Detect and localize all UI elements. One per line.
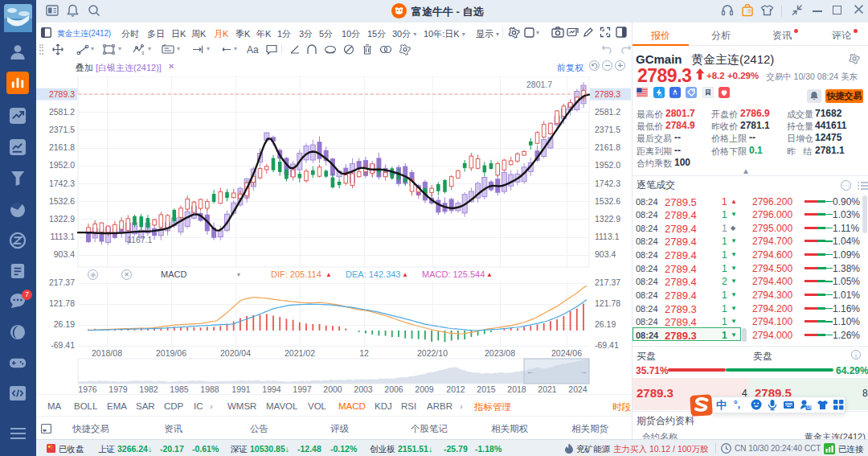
svg-text:2581.2: 2581.2 (595, 107, 620, 117)
svg-text:°,: °, (734, 399, 740, 410)
svg-text:2371.5: 2371.5 (49, 125, 75, 134)
svg-text:1952.0: 1952.0 (595, 160, 620, 170)
svg-text:2018: 2018 (507, 384, 526, 394)
svg-text:2009: 2009 (415, 384, 434, 394)
svg-text:2371.5: 2371.5 (595, 125, 620, 134)
svg-text:1988: 1988 (200, 384, 219, 394)
svg-text:2024/06: 2024/06 (551, 348, 582, 358)
svg-text:121.78: 121.78 (49, 298, 75, 308)
svg-text:1167.1: 1167.1 (127, 235, 152, 244)
svg-text:12: 12 (359, 348, 369, 358)
svg-text:1985: 1985 (170, 384, 189, 394)
svg-text:2789.3: 2789.3 (595, 89, 620, 99)
svg-text:2012: 2012 (446, 384, 465, 394)
svg-text:2021: 2021 (538, 384, 557, 394)
svg-text:2022/10: 2022/10 (417, 348, 448, 358)
svg-text:1113.1: 1113.1 (595, 232, 620, 241)
svg-text:1532.6: 1532.6 (595, 196, 620, 206)
svg-text:1322.9: 1322.9 (49, 214, 75, 224)
svg-text:2581.2: 2581.2 (49, 107, 75, 117)
svg-text:→: → (580, 368, 588, 376)
svg-text:2789.3: 2789.3 (49, 89, 75, 99)
svg-text:2015: 2015 (477, 384, 496, 394)
svg-text:2161.8: 2161.8 (49, 142, 75, 152)
svg-text:2023/08: 2023/08 (485, 348, 515, 358)
svg-text:2018/08: 2018/08 (92, 348, 122, 358)
svg-text:2020/04: 2020/04 (220, 348, 251, 358)
svg-text:中: 中 (716, 399, 727, 411)
svg-text:1982: 1982 (139, 384, 158, 394)
svg-text:121.78: 121.78 (595, 298, 620, 308)
svg-text:1113.1: 1113.1 (50, 232, 75, 241)
svg-text:1997: 1997 (293, 384, 312, 394)
svg-text:1979: 1979 (108, 384, 128, 394)
svg-text:2021/02: 2021/02 (285, 348, 315, 358)
svg-text:SB: SB (806, 406, 811, 410)
svg-text:1742.3: 1742.3 (595, 179, 620, 188)
svg-text:2003: 2003 (354, 384, 373, 394)
svg-text:2019/06: 2019/06 (156, 348, 186, 358)
svg-text:1322.9: 1322.9 (595, 214, 620, 224)
svg-text:2006: 2006 (384, 384, 403, 394)
svg-text:-69.41: -69.41 (595, 340, 619, 350)
svg-text:2000: 2000 (323, 384, 342, 394)
svg-text:1991: 1991 (231, 384, 251, 394)
svg-text:26.19: 26.19 (54, 319, 75, 329)
svg-text:1994: 1994 (262, 384, 281, 394)
svg-text:-69.41: -69.41 (51, 340, 75, 350)
svg-text:903.4: 903.4 (595, 249, 616, 259)
svg-text:1742.3: 1742.3 (49, 179, 75, 188)
svg-text:1976: 1976 (78, 384, 97, 394)
svg-text:1952.0: 1952.0 (49, 160, 75, 170)
svg-text:←: ← (526, 368, 534, 376)
svg-text:2024: 2024 (568, 384, 588, 394)
svg-text:3: 3 (141, 51, 145, 55)
svg-text:903.4: 903.4 (54, 249, 75, 259)
svg-text:1532.6: 1532.6 (49, 196, 75, 206)
svg-text:26.19: 26.19 (595, 319, 616, 329)
svg-text:2801.7: 2801.7 (526, 80, 552, 89)
svg-text:2161.8: 2161.8 (595, 142, 620, 152)
